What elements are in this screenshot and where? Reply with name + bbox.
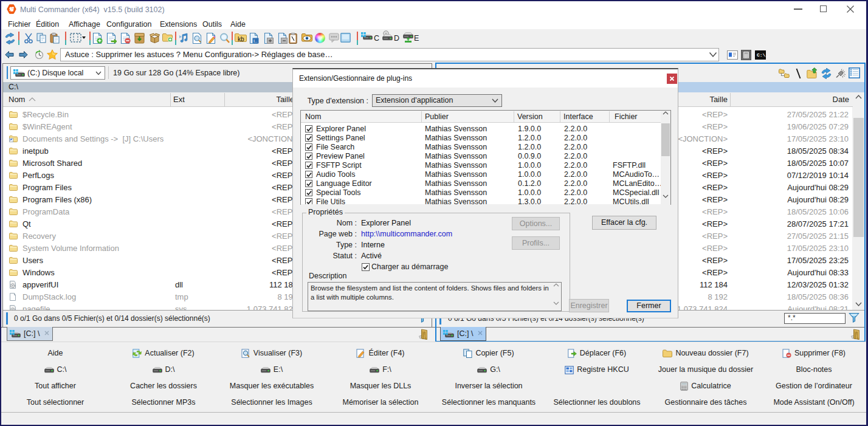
svg-text:kb: kb — [238, 36, 244, 43]
svg-text:I..: I.. — [253, 38, 257, 44]
